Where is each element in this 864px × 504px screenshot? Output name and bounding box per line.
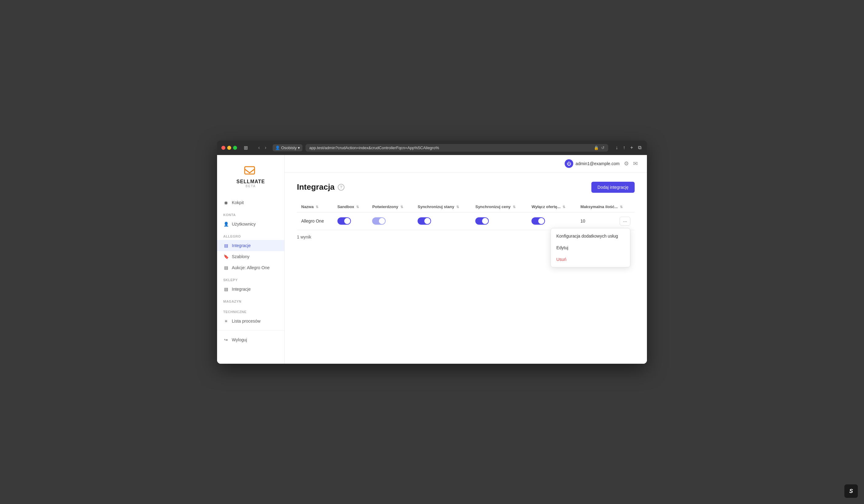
avatar: ⏻ [565, 159, 573, 168]
sidebar-item-label: Aukcje: Allegro One [232, 265, 269, 270]
cell-maksymalna-ilosc: 10 ··· Konfiguracja dodatkowych usług Ed… [576, 212, 635, 230]
sidebar-item-wyloguj[interactable]: ↪ Wyloguj [217, 334, 284, 345]
forward-button[interactable]: › [263, 144, 268, 151]
browser-chrome: ⊞ ‹ › 👤 Osobisty ▾ app.test/admin?crudAc… [217, 141, 647, 155]
question-mark: ? [340, 185, 342, 189]
main-content: Integracja ? Dodaj integrację Nazwa [285, 172, 647, 364]
logo-text: SELLMATE [223, 179, 278, 184]
toggle-synchronizuj-ceny[interactable] [475, 217, 489, 225]
dropdown-item-usun[interactable]: Usuń [551, 253, 630, 265]
sort-icon: ⇅ [356, 205, 359, 209]
traffic-light-green[interactable] [233, 146, 237, 150]
logo-beta: BETA [223, 184, 278, 188]
symfony-icon: S [849, 488, 853, 494]
sidebar-item-lista-procesow[interactable]: ≡ Lista procesów [217, 315, 284, 327]
traffic-light-yellow[interactable] [227, 146, 231, 150]
sidebar-divider [217, 330, 284, 331]
col-synchronizuj-stany[interactable]: Synchronizuj stany ⇅ [413, 201, 471, 213]
toggle-synchronizuj-stany[interactable] [418, 217, 431, 225]
toggle-thumb [379, 218, 385, 224]
more-button[interactable]: ··· [620, 217, 631, 226]
sidebar-item-label: Szablony [232, 254, 250, 259]
traffic-light-red[interactable] [221, 146, 225, 150]
main-wrapper: ⏻ admin1@example.com ⚙ ✉ Integracja ? D [285, 155, 647, 364]
cell-synchronizuj-ceny [471, 212, 527, 230]
back-button[interactable]: ‹ [256, 144, 262, 151]
section-techniczne: TECHNICZNE [217, 305, 284, 315]
app-container: SELLMATE BETA ◉ Kokpit KONTA 👤 Użytkowni… [217, 155, 647, 364]
section-allegro: ALLEGRO [217, 230, 284, 240]
topbar-email: admin1@example.com [576, 161, 620, 166]
mail-icon[interactable]: ✉ [633, 160, 638, 167]
max-value: 10 [580, 218, 585, 224]
new-tab-icon[interactable]: + [629, 144, 634, 152]
logo-area: SELLMATE BETA [217, 161, 284, 197]
col-potwierdzony[interactable]: Potwierdzony ⇅ [368, 201, 413, 213]
address-bar[interactable]: app.test/admin?crudAction=index&crudCont… [305, 144, 608, 152]
col-maksymalna-ilosc[interactable]: Maksymalna ilość... ⇅ [576, 201, 635, 213]
profile-selector[interactable]: 👤 Osobisty ▾ [273, 144, 303, 151]
col-nazwa[interactable]: Nazwa ⇅ [297, 201, 333, 213]
sidebar-item-label: Lista procesów [232, 319, 260, 324]
dropdown-item-edytuj[interactable]: Edytuj [551, 242, 630, 253]
kokpit-icon: ◉ [223, 200, 229, 205]
toggle-thumb [482, 218, 488, 224]
col-wylacz-oferte[interactable]: Wyłącz ofertę... ⇅ [527, 201, 576, 213]
power-icon: ⏻ [567, 161, 571, 166]
settings-icon[interactable]: ⚙ [624, 160, 629, 167]
browser-actions: ↓ ↑ + ⧉ [614, 144, 643, 152]
sort-icon: ⇅ [620, 205, 623, 209]
dropdown-item-konfiguracja[interactable]: Konfiguracja dodatkowych usług [551, 230, 630, 242]
sidebar-toggle-button[interactable]: ⊞ [241, 144, 250, 152]
process-icon: ≡ [223, 318, 229, 324]
split-icon[interactable]: ⧉ [637, 144, 643, 152]
sidebar: SELLMATE BETA ◉ Kokpit KONTA 👤 Użytkowni… [217, 155, 285, 364]
sidebar-item-sklepy-integracje[interactable]: ▤ Integracje [217, 284, 284, 295]
address-text: app.test/admin?crudAction=index&crudCont… [309, 145, 591, 150]
sidebar-item-aukcje[interactable]: ▤ Aukcje: Allegro One [217, 262, 284, 273]
profile-icon: 👤 [275, 145, 280, 150]
share-icon[interactable]: ↑ [622, 144, 627, 152]
sort-icon: ⇅ [400, 205, 403, 209]
user-icon: 👤 [223, 221, 229, 227]
cell-sandbox [333, 212, 368, 230]
table-row: Allegro One [297, 212, 635, 230]
download-icon[interactable]: ↓ [614, 144, 619, 152]
sort-icon: ⇅ [316, 205, 319, 209]
table-wrapper: Nazwa ⇅ Sandbox ⇅ Potwierdzony ⇅ [297, 201, 635, 239]
page-header: Integracja ? Dodaj integrację [297, 182, 635, 193]
col-sandbox[interactable]: Sandbox ⇅ [333, 201, 368, 213]
chevron-down-icon: ▾ [298, 145, 300, 150]
list-icon: ▤ [223, 265, 229, 271]
table-head: Nazwa ⇅ Sandbox ⇅ Potwierdzony ⇅ [297, 201, 635, 213]
bookmark-icon: 🔖 [223, 254, 229, 259]
max-value-cell: 10 ··· Konfiguracja dodatkowych usług Ed… [580, 217, 631, 226]
toggle-thumb [424, 218, 431, 224]
cell-potwierdzony [368, 212, 413, 230]
toggle-wylacz-oferte[interactable] [531, 217, 545, 225]
section-magazyn: MAGAZYN [217, 295, 284, 305]
sidebar-item-uzytkownicy[interactable]: 👤 Użytkownicy [217, 218, 284, 230]
col-synchronizuj-ceny[interactable]: Synchronizuj ceny ⇅ [471, 201, 527, 213]
add-integration-button[interactable]: Dodaj integrację [591, 182, 635, 193]
sidebar-item-szablony[interactable]: 🔖 Szablony [217, 251, 284, 262]
grid-icon: ▤ [223, 243, 229, 248]
reload-icon[interactable]: ↺ [601, 145, 604, 150]
page-title-area: Integracja ? [297, 182, 345, 192]
help-icon[interactable]: ? [338, 184, 345, 191]
logo-icon [243, 164, 259, 177]
toggle-thumb [344, 218, 350, 224]
browser-window: ⊞ ‹ › 👤 Osobisty ▾ app.test/admin?crudAc… [217, 141, 647, 364]
toggle-sandbox[interactable] [337, 217, 351, 225]
toggle-potwierdzony[interactable] [372, 217, 386, 225]
profile-label: Osobisty [281, 145, 297, 150]
dropdown-menu: Konfiguracja dodatkowych usług Edytuj Us… [551, 228, 631, 267]
browser-navigation: ‹ › [256, 144, 268, 151]
table-body: Allegro One [297, 212, 635, 230]
sidebar-item-kokpit[interactable]: ◉ Kokpit [217, 197, 284, 208]
sidebar-item-integracje[interactable]: ▤ Integracje [217, 240, 284, 251]
section-konta: KONTA [217, 208, 284, 218]
page-title: Integracja [297, 182, 335, 192]
topbar-user: ⏻ admin1@example.com [565, 159, 620, 168]
cell-synchronizuj-stany [413, 212, 471, 230]
